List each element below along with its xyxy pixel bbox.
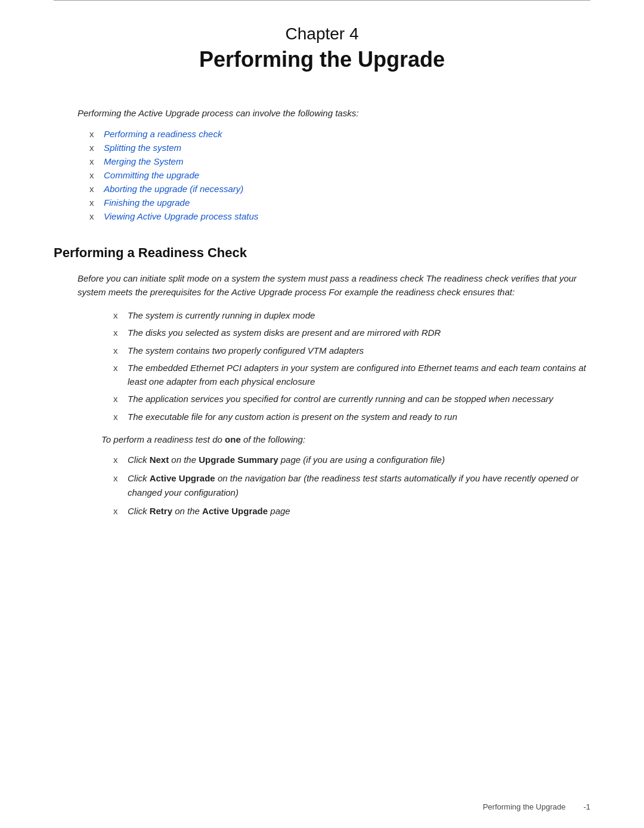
intro-paragraph: Performing the Active Upgrade process ca… <box>78 108 590 118</box>
footer-page-number: -1 <box>583 802 590 811</box>
action-item: Click Retry on the Active Upgrade page <box>113 504 590 518</box>
perform-intro: To perform a readiness test do one of th… <box>101 434 590 444</box>
action-list: Click Next on the Upgrade Summary page (… <box>113 453 590 518</box>
task-link-merging[interactable]: Merging the System <box>104 156 183 166</box>
task-link-aborting[interactable]: Aborting the upgrade (if necessary) <box>104 184 243 194</box>
chapter-label: Chapter 4 <box>54 24 590 44</box>
readiness-intro: Before you can initiate split mode on a … <box>78 271 590 299</box>
action-item: Click Active Upgrade on the navigation b… <box>113 471 590 499</box>
task-link-item: Splitting the system <box>89 143 590 153</box>
chapter-title: Performing the Upgrade <box>54 47 590 72</box>
checklist-item: The embedded Ethernet PCI adapters in yo… <box>113 362 590 388</box>
task-link-item: Aborting the upgrade (if necessary) <box>89 184 590 194</box>
task-link-item: Finishing the upgrade <box>89 197 590 208</box>
action-item: Click Next on the Upgrade Summary page (… <box>113 453 590 466</box>
task-link-item: Merging the System <box>89 156 590 166</box>
footer-section-label: Performing the Upgrade <box>483 802 566 811</box>
task-link-committing[interactable]: Committing the upgrade <box>104 170 199 180</box>
task-link-splitting[interactable]: Splitting the system <box>104 143 181 153</box>
readiness-checklist: The system is currently running in duple… <box>113 309 590 424</box>
section-heading-readiness: Performing a Readiness Check <box>54 245 590 261</box>
checklist-item: The system is currently running in duple… <box>113 309 590 323</box>
task-link-list: Performing a readiness check Splitting t… <box>89 129 590 221</box>
task-link-item: Viewing Active Upgrade process status <box>89 211 590 221</box>
task-link-item: Committing the upgrade <box>89 170 590 180</box>
checklist-item: The system contains two properly configu… <box>113 344 590 358</box>
task-link-item: Performing a readiness check <box>89 129 590 139</box>
task-link-viewing[interactable]: Viewing Active Upgrade process status <box>104 211 258 221</box>
task-link-finishing[interactable]: Finishing the upgrade <box>104 197 190 208</box>
readiness-body: Before you can initiate split mode on a … <box>78 271 590 518</box>
checklist-item: The application services you specified f… <box>113 393 590 406</box>
checklist-item: The disks you selected as system disks a… <box>113 326 590 340</box>
chapter-header: Chapter 4 Performing the Upgrade <box>54 24 590 72</box>
task-link-readiness[interactable]: Performing a readiness check <box>104 129 222 139</box>
page-footer: Performing the Upgrade -1 <box>483 802 590 811</box>
checklist-item: The executable file for any custom actio… <box>113 410 590 424</box>
top-rule <box>54 0 590 1</box>
